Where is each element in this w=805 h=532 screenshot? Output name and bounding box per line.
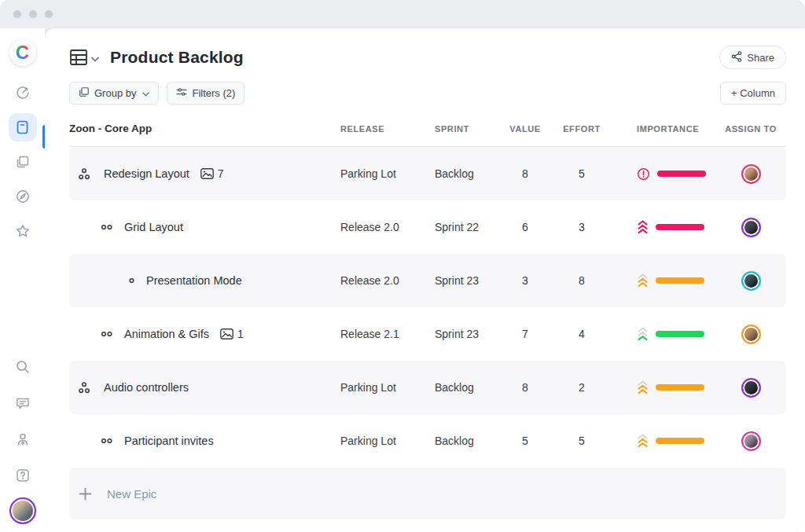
column-header-assign-to[interactable]: ASSIGN TO	[715, 124, 786, 134]
add-column-button[interactable]: + Column	[720, 82, 786, 105]
importance-critical-icon	[637, 167, 650, 181]
cell-title[interactable]: Animation & Gifs1	[69, 328, 340, 340]
cell-importance[interactable]	[617, 220, 715, 234]
story-icon	[101, 223, 113, 231]
share-button[interactable]: Share	[719, 46, 786, 69]
group-title[interactable]: Zoon - Core App	[69, 123, 340, 134]
column-header-importance[interactable]: IMPORTANCE	[617, 124, 715, 134]
assignee-avatar[interactable]	[741, 271, 761, 291]
app-logo[interactable]: C	[9, 39, 36, 66]
attachment-count: 1	[237, 328, 244, 340]
window-control-minimize[interactable]	[29, 10, 37, 18]
cell-release[interactable]: Release 2.0	[340, 221, 435, 233]
column-header-value[interactable]: VALUE	[504, 124, 546, 134]
cell-title[interactable]: Presentation Mode	[69, 274, 340, 287]
cell-value[interactable]: 8	[504, 381, 546, 394]
cell-release[interactable]: Parking Lot	[340, 435, 435, 447]
cell-effort[interactable]: 5	[546, 167, 617, 180]
cell-value[interactable]: 3	[504, 274, 546, 287]
table-row[interactable]: Presentation ModeRelease 2.0Sprint 2338	[69, 254, 786, 307]
cell-sprint[interactable]: Sprint 22	[435, 221, 504, 233]
sidebar: C	[0, 28, 45, 532]
cell-importance[interactable]	[617, 327, 715, 341]
cell-release[interactable]: Release 2.1	[340, 328, 435, 340]
cell-effort[interactable]: 3	[546, 221, 617, 233]
main-panel: Product Backlog Share Group by	[45, 28, 805, 532]
item-title: Participant invites	[124, 435, 214, 447]
share-icon	[731, 51, 742, 64]
story-icon	[101, 437, 113, 445]
cell-sprint[interactable]: Sprint 23	[435, 274, 504, 287]
cell-title[interactable]: Participant invites	[69, 435, 340, 447]
cell-assign-to[interactable]	[715, 218, 786, 237]
assignee-avatar[interactable]	[741, 164, 761, 184]
cell-importance[interactable]	[617, 380, 715, 394]
cell-title[interactable]: Grid Layout	[69, 221, 340, 233]
cell-importance[interactable]	[617, 434, 715, 448]
importance-medium-icon	[637, 434, 649, 448]
table-header-row: Zoon - Core App RELEASE SPRINT VALUE EFF…	[69, 111, 786, 147]
cell-assign-to[interactable]	[715, 431, 786, 451]
cell-value[interactable]: 7	[504, 328, 546, 340]
image-icon	[200, 168, 214, 179]
cell-title[interactable]: Audio controllers	[69, 381, 340, 394]
sidebar-item-help[interactable]	[9, 461, 37, 490]
dashboard-gauge-icon	[15, 85, 31, 101]
sidebar-item-star[interactable]	[9, 217, 37, 245]
assignee-avatar[interactable]	[741, 325, 761, 344]
column-header-effort[interactable]: EFFORT	[546, 124, 617, 134]
search-icon	[15, 359, 31, 375]
window-control-close[interactable]	[13, 10, 21, 18]
table-row[interactable]: Grid LayoutRelease 2.0Sprint 2263	[69, 200, 786, 254]
window-control-zoom[interactable]	[45, 10, 53, 18]
filters-button[interactable]: Filters (2)	[167, 82, 244, 105]
column-header-sprint[interactable]: SPRINT	[435, 124, 504, 134]
assignee-avatar[interactable]	[741, 431, 761, 451]
cell-effort[interactable]: 5	[546, 435, 617, 447]
sidebar-item-dashboard-gauge[interactable]	[9, 79, 37, 107]
cell-importance[interactable]	[617, 167, 715, 181]
toolbar: Group by Filters (2) + Column	[69, 82, 786, 105]
cell-assign-to[interactable]	[715, 378, 786, 398]
cell-importance[interactable]	[617, 273, 715, 288]
group-by-button[interactable]: Group by	[69, 82, 159, 105]
assignee-avatar[interactable]	[741, 378, 761, 398]
cell-sprint[interactable]: Backlog	[435, 167, 504, 180]
cell-value[interactable]: 6	[504, 221, 546, 233]
table-row[interactable]: Animation & Gifs1Release 2.1Sprint 2374	[69, 307, 786, 361]
cell-effort[interactable]: 8	[546, 274, 617, 287]
user-avatar[interactable]	[9, 497, 36, 524]
table-row[interactable]: Redesign Layout7Parking LotBacklog85	[69, 147, 786, 200]
cell-sprint[interactable]: Backlog	[435, 435, 504, 447]
cell-assign-to[interactable]	[715, 271, 786, 291]
sidebar-item-invite-user[interactable]	[9, 425, 37, 453]
cell-release[interactable]: Parking Lot	[340, 167, 435, 180]
assignee-avatar[interactable]	[741, 218, 761, 237]
column-header-release[interactable]: RELEASE	[340, 124, 435, 134]
group-by-caret-icon	[142, 87, 149, 99]
cell-release[interactable]: Parking Lot	[340, 381, 435, 394]
subtask-icon	[128, 277, 135, 284]
view-switch-caret-icon[interactable]	[91, 51, 99, 65]
new-epic-label: New Epic	[107, 487, 156, 501]
sidebar-item-compass[interactable]	[9, 182, 37, 211]
new-epic-row[interactable]: New Epic	[69, 468, 786, 519]
cell-title[interactable]: Redesign Layout7	[69, 167, 340, 180]
cell-effort[interactable]: 4	[546, 328, 617, 340]
sidebar-item-feedback-bubble[interactable]	[9, 389, 37, 417]
table-view-icon[interactable]	[69, 49, 88, 66]
sidebar-item-boards-stack[interactable]	[9, 148, 37, 176]
sidebar-item-search[interactable]	[9, 353, 37, 381]
table-row[interactable]: Participant invitesParking LotBacklog55	[69, 414, 786, 468]
cell-assign-to[interactable]	[715, 164, 786, 184]
cell-assign-to[interactable]	[715, 325, 786, 344]
cell-sprint[interactable]: Backlog	[435, 381, 504, 394]
table-row[interactable]: Audio controllersParking LotBacklog82	[69, 361, 786, 414]
cell-value[interactable]: 8	[504, 167, 546, 180]
invite-user-icon	[15, 431, 31, 447]
cell-sprint[interactable]: Sprint 23	[435, 328, 504, 340]
cell-release[interactable]: Release 2.0	[340, 274, 435, 287]
sidebar-item-backlog-document[interactable]	[9, 113, 37, 141]
cell-effort[interactable]: 2	[546, 381, 617, 394]
cell-value[interactable]: 5	[504, 435, 546, 447]
